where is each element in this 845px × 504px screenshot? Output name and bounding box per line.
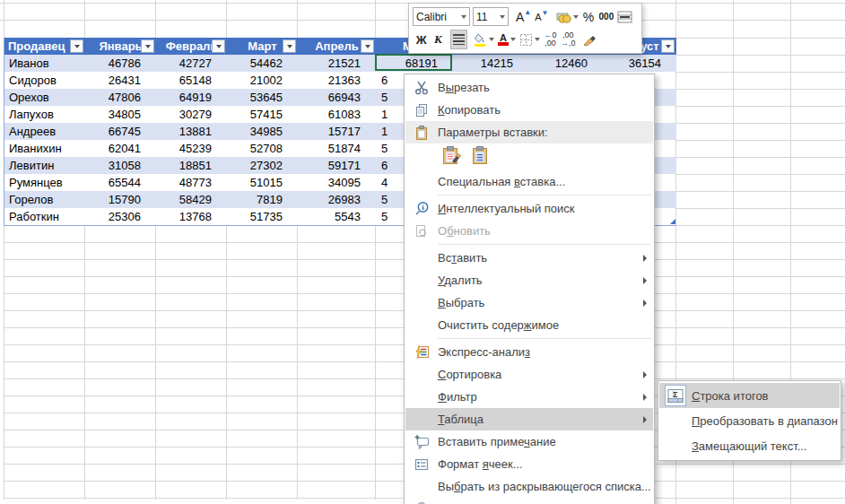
center-align-button[interactable] — [450, 30, 467, 49]
column-header-5[interactable]: Апрель — [298, 38, 376, 55]
filter-dropdown-button[interactable] — [283, 39, 296, 53]
value-cell[interactable]: 13881 — [156, 123, 227, 140]
value-cell[interactable]: 26983 — [298, 191, 376, 208]
menu-item-copy[interactable]: Копировать — [405, 99, 653, 121]
value-cell[interactable]: 48773 — [156, 174, 227, 191]
value-cell[interactable]: 34805 — [85, 106, 156, 123]
value-cell[interactable]: 58429 — [156, 191, 227, 208]
value-cell[interactable]: 15790 — [85, 191, 156, 208]
menu-item-total-row[interactable]: ΣСтрока итогов — [659, 383, 840, 408]
value-cell[interactable]: 34985 — [227, 123, 298, 140]
value-cell[interactable]: 57415 — [227, 106, 298, 123]
value-cell[interactable]: 65148 — [156, 72, 227, 89]
menu-item-select[interactable]: Выбрать — [405, 291, 653, 314]
seller-name-cell[interactable]: Лапухов — [4, 106, 85, 123]
italic-button[interactable]: К — [430, 30, 447, 49]
menu-item-clear-contents[interactable]: Очистить содержимое — [405, 314, 653, 336]
value-cell[interactable]: 53645 — [227, 89, 298, 106]
value-cell[interactable]: 26431 — [85, 72, 156, 89]
value-cell[interactable]: 36154 — [603, 55, 676, 72]
value-cell[interactable]: 31058 — [85, 157, 156, 174]
menu-item-quick-analysis[interactable]: Экспресс-анализ — [405, 341, 653, 363]
accounting-format-button[interactable] — [554, 7, 580, 27]
value-cell[interactable]: 46786 — [85, 55, 156, 72]
shrink-font-button[interactable]: A▼ — [533, 7, 550, 27]
filter-dropdown-button[interactable] — [212, 39, 225, 53]
filter-dropdown-button[interactable] — [141, 39, 154, 53]
value-cell[interactable]: 64919 — [156, 89, 227, 106]
value-cell[interactable]: 45239 — [156, 140, 227, 157]
menu-item-filter[interactable]: Фильтр — [405, 386, 653, 408]
menu-item-convert-to-range[interactable]: Преобразовать в диапазон — [659, 408, 840, 433]
menu-item-paste-special[interactable]: Специальная вставка... — [405, 170, 653, 193]
value-cell[interactable]: 47806 — [85, 89, 156, 106]
value-cell[interactable]: 59171 — [298, 157, 376, 174]
paste-keep-formatting-button[interactable] — [440, 145, 463, 169]
paste-values-button[interactable] — [469, 145, 492, 169]
format-painter-button[interactable] — [580, 30, 598, 49]
menu-item-alt-text[interactable]: Замещающий текст... — [659, 433, 840, 458]
bold-button[interactable]: Ж — [413, 30, 430, 49]
value-cell[interactable]: 34095 — [298, 174, 376, 191]
value-cell[interactable]: 68191 — [376, 55, 453, 72]
value-cell[interactable]: 25306 — [85, 208, 156, 225]
increase-decimal-button[interactable]: ←0,00 — [542, 30, 559, 49]
value-cell[interactable]: 27302 — [227, 157, 298, 174]
value-cell[interactable]: 65544 — [85, 174, 156, 191]
value-cell[interactable]: 18851 — [156, 157, 227, 174]
value-cell[interactable]: 12460 — [528, 55, 603, 72]
value-cell[interactable]: 51874 — [298, 140, 376, 157]
menu-item-format-cells[interactable]: Формат ячеек... — [405, 453, 653, 475]
fill-color-button[interactable] — [471, 30, 496, 49]
menu-item-smart-lookup[interactable]: iИнтеллектуальный поиск — [405, 197, 653, 220]
seller-name-cell[interactable]: Работкин — [4, 208, 85, 225]
font-size-combo[interactable]: 11 — [473, 7, 509, 26]
seller-name-cell[interactable]: Андреев — [4, 123, 85, 140]
column-header-4[interactable]: Март — [227, 38, 298, 55]
format-table-button[interactable] — [615, 7, 634, 27]
menu-item-refresh[interactable]: Обновить — [405, 220, 653, 242]
value-cell[interactable]: 61083 — [298, 106, 376, 123]
seller-name-cell[interactable]: Орехов — [4, 89, 85, 106]
menu-item-link[interactable]: Ссылка — [405, 498, 653, 504]
menu-item-paste-options-label[interactable]: Параметры вставки: — [405, 121, 653, 143]
seller-name-cell[interactable]: Иванихин — [4, 140, 85, 157]
value-cell[interactable]: 51735 — [227, 208, 298, 225]
menu-item-pick-from-list[interactable]: Выбрать из раскрывающегося списка... — [405, 475, 653, 498]
seller-name-cell[interactable]: Румянцев — [4, 174, 85, 191]
value-cell[interactable]: 21521 — [298, 55, 376, 72]
value-cell[interactable]: 5543 — [298, 208, 376, 225]
column-header-3[interactable]: Февраль — [156, 38, 227, 55]
menu-item-insert-comment[interactable]: Вставить примечание — [405, 430, 653, 453]
font-name-combo[interactable]: Calibri — [413, 7, 470, 26]
seller-name-cell[interactable]: Иванов — [4, 55, 85, 72]
menu-item-cut[interactable]: Вырезать — [405, 76, 653, 99]
value-cell[interactable]: 66745 — [85, 123, 156, 140]
menu-item-table[interactable]: Таблица — [405, 408, 653, 430]
menu-item-insert[interactable]: Вставить — [405, 247, 653, 269]
filter-dropdown-button[interactable] — [70, 39, 83, 53]
value-cell[interactable]: 54462 — [227, 55, 298, 72]
value-cell[interactable]: 66943 — [298, 89, 376, 106]
value-cell[interactable]: 14215 — [453, 55, 528, 72]
seller-name-cell[interactable]: Левитин — [4, 157, 85, 174]
font-color-button[interactable]: А — [496, 30, 518, 49]
menu-item-sort[interactable]: Сортировка — [405, 363, 653, 386]
value-cell[interactable]: 30279 — [156, 106, 227, 123]
value-cell[interactable]: 42727 — [156, 55, 227, 72]
seller-name-cell[interactable]: Сидоров — [4, 72, 85, 89]
borders-button[interactable] — [518, 30, 542, 49]
seller-name-cell[interactable]: Горелов — [4, 191, 85, 208]
decrease-decimal-button[interactable]: ,00→,0 — [559, 30, 578, 49]
grow-font-button[interactable]: A▲ — [514, 7, 533, 27]
filter-dropdown-button[interactable] — [661, 39, 675, 53]
value-cell[interactable]: 7819 — [227, 191, 298, 208]
comma-style-button[interactable]: 000 — [597, 7, 616, 27]
column-header-2[interactable]: Январь — [85, 38, 156, 55]
filter-dropdown-button[interactable] — [361, 39, 374, 53]
value-cell[interactable]: 15717 — [298, 123, 376, 140]
value-cell[interactable]: 62041 — [85, 140, 156, 157]
column-header-1[interactable]: Продавец — [4, 38, 85, 55]
value-cell[interactable]: 51015 — [227, 174, 298, 191]
value-cell[interactable]: 21363 — [298, 72, 376, 89]
